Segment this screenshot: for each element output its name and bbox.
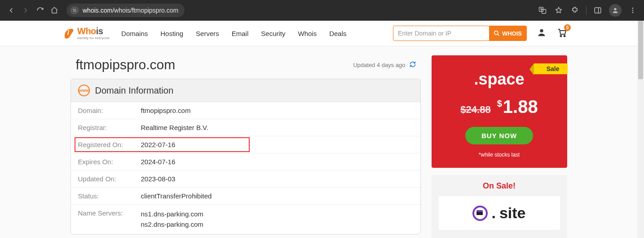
site-word: site xyxy=(499,204,526,222)
site-header: Whois identity for everyone Domains Host… xyxy=(0,21,637,46)
site-info-icon[interactable] xyxy=(70,6,79,14)
nameserver-2: ns2.dns-parking.com xyxy=(141,220,203,230)
domain-info-panel: WWW Domain Information Domain: ftmopipsp… xyxy=(71,79,421,234)
account-icon[interactable] xyxy=(537,27,547,39)
nav-whois[interactable]: Whois xyxy=(298,30,317,37)
svg-point-5 xyxy=(614,8,616,10)
scrollbar-thumb[interactable] xyxy=(638,21,643,79)
promo-site-card[interactable]: .site xyxy=(439,196,560,230)
chrome-nav-buttons xyxy=(4,5,59,15)
vertical-scrollbar[interactable] xyxy=(637,21,644,238)
svg-point-1 xyxy=(75,11,76,12)
nameserver-1: ns1.dns-parking.com xyxy=(141,209,203,220)
menu-icon[interactable] xyxy=(628,5,638,15)
star-icon[interactable] xyxy=(554,5,564,15)
svg-point-8 xyxy=(632,12,634,13)
separator xyxy=(586,6,587,15)
page-title: ftmopipspro.com xyxy=(76,57,176,72)
sale-badge: Sale xyxy=(534,63,568,74)
logo-mark-icon xyxy=(63,27,75,39)
browser-chrome: whois.com/whois/ftmopipspro.com xyxy=(0,0,644,21)
translate-icon[interactable] xyxy=(538,5,547,15)
reload-icon[interactable] xyxy=(35,5,45,15)
logo-wordmark: Whois xyxy=(77,27,110,36)
svg-point-12 xyxy=(564,36,565,37)
nav-email[interactable]: Email xyxy=(232,30,249,37)
row-updated-on: Updated On: 2023-08-03 xyxy=(71,171,420,188)
row-label: Registrar: xyxy=(78,124,141,131)
nav-hosting[interactable]: Hosting xyxy=(160,30,183,37)
row-value: 2024-07-16 xyxy=(141,158,176,166)
url-text: whois.com/whois/ftmopipspro.com xyxy=(83,7,178,14)
svg-point-0 xyxy=(73,9,74,10)
row-domain: Domain: ftmopipspro.com xyxy=(71,102,420,119)
nav-security[interactable]: Security xyxy=(261,30,285,37)
sidepanel-icon[interactable] xyxy=(593,5,603,15)
row-label: Expires On: xyxy=(78,158,141,166)
refresh-icon[interactable] xyxy=(409,61,416,69)
updated-text: Updated 4 days ago xyxy=(353,62,405,68)
svg-point-9 xyxy=(494,31,498,35)
site-logo-icon xyxy=(472,206,488,221)
row-value: 2022-07-16 xyxy=(141,141,176,148)
row-value: 2023-08-03 xyxy=(141,175,176,183)
promo-space: Sale .space $24.88 $1.88 BUY NOW *while … xyxy=(432,55,567,168)
svg-point-11 xyxy=(560,36,562,37)
search-input[interactable] xyxy=(393,26,489,40)
address-bar[interactable]: whois.com/whois/ftmopipspro.com xyxy=(66,4,185,17)
svg-rect-4 xyxy=(595,8,601,13)
site-logo[interactable]: Whois identity for everyone xyxy=(63,27,110,40)
extensions-icon[interactable] xyxy=(570,5,580,15)
row-registered-on: Registered On: 2022-07-16 xyxy=(71,136,420,153)
svg-point-6 xyxy=(632,8,634,9)
buy-now-button[interactable]: BUY NOW xyxy=(465,127,533,144)
nav-deals[interactable]: Deals xyxy=(329,30,346,37)
search-button-label: WHOIS xyxy=(502,30,522,37)
row-value: ftmopipspro.com xyxy=(141,107,191,114)
row-value: Realtime Register B.V. xyxy=(141,124,208,131)
promo-onsale: On Sale! .site xyxy=(432,175,567,238)
logo-tagline: identity for everyone xyxy=(77,36,110,40)
panel-title: Domain Information xyxy=(95,85,174,96)
promo-note: *while stocks last xyxy=(439,152,560,158)
row-value: ns1.dns-parking.com ns2.dns-parking.com xyxy=(141,209,203,229)
cart-count-badge: 0 xyxy=(564,24,571,31)
search-icon xyxy=(494,30,500,36)
row-name-servers: Name Servers: ns1.dns-parking.com ns2.dn… xyxy=(71,205,420,234)
new-price: $1.88 xyxy=(497,97,538,117)
row-label: Status: xyxy=(78,192,141,200)
old-price: $24.88 xyxy=(460,104,490,116)
forward-icon xyxy=(21,5,31,15)
row-status: Status: clientTransferProhibited xyxy=(71,188,420,205)
promo2-title: On Sale! xyxy=(439,181,560,191)
row-registrar: Registrar: Realtime Register B.V. xyxy=(71,119,420,136)
row-label: Domain: xyxy=(78,107,141,114)
back-icon[interactable] xyxy=(6,5,16,15)
profile-icon[interactable] xyxy=(609,4,622,17)
row-label: Updated On: xyxy=(78,175,141,183)
row-label: Name Servers: xyxy=(78,209,141,229)
nav-domains[interactable]: Domains xyxy=(121,30,148,37)
search-button[interactable]: WHOIS xyxy=(489,26,526,40)
site-dot: . xyxy=(491,204,495,222)
row-label: Registered On: xyxy=(78,141,141,148)
nav-servers[interactable]: Servers xyxy=(196,30,219,37)
chrome-right-icons xyxy=(538,4,640,17)
main-nav: Domains Hosting Servers Email Security W… xyxy=(121,30,346,37)
svg-point-10 xyxy=(540,29,543,32)
cart-icon[interactable]: 0 xyxy=(556,27,567,40)
whois-search: WHOIS xyxy=(393,26,527,41)
home-icon[interactable] xyxy=(49,5,59,15)
row-expires-on: Expires On: 2024-07-16 xyxy=(71,153,420,171)
row-value[interactable]: clientTransferProhibited xyxy=(141,192,212,200)
svg-point-7 xyxy=(632,10,634,11)
www-icon: WWW xyxy=(78,85,90,96)
